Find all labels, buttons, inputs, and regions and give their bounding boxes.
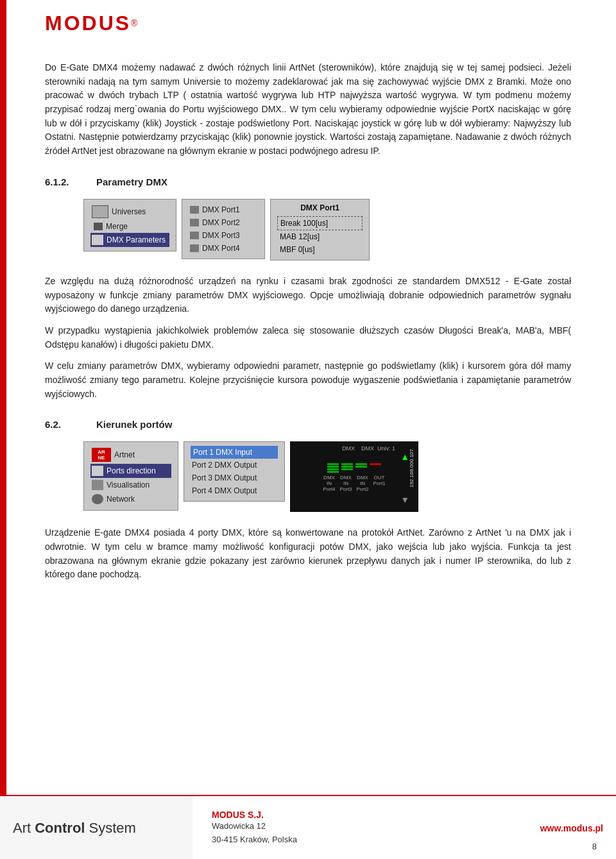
arrow-down-icon: ▼ bbox=[400, 495, 409, 505]
port3-label: DMXINPort3 bbox=[339, 475, 353, 492]
dmx-params-title: DMX Port1 bbox=[277, 203, 363, 212]
intro-text: Do E-Gate DMX4 możemy nadawać z dwóch ró… bbox=[45, 61, 571, 158]
dmx-port4-label: DMX Port4 bbox=[202, 244, 240, 253]
arrow-down-area: ▼ bbox=[294, 495, 415, 505]
brand-control: Control bbox=[35, 820, 85, 836]
footer-address-line2: 30-415 Kraków, Polska bbox=[212, 833, 468, 847]
bars-row bbox=[294, 462, 415, 475]
section-612-heading: 6.1.2. Parametry DMX bbox=[45, 176, 571, 187]
port4-label: DMXINPort4 bbox=[322, 475, 336, 492]
footer-address-line1: Wadowicka 12 bbox=[212, 820, 468, 833]
logo-reg: ® bbox=[131, 18, 137, 28]
ports-viz-panel: DMX DMX Univ: 1 ▲ 192.168.000.107 bbox=[290, 441, 418, 512]
universes-icon bbox=[92, 205, 108, 218]
ports-left-panel: ARNE Artnet Ports direction Visualisatio… bbox=[83, 441, 178, 511]
mab-label: MAB 12[us] bbox=[280, 232, 320, 241]
dmx-port1-item: DMX Port1 bbox=[189, 203, 258, 216]
ports-direction-label: Ports direction bbox=[107, 466, 156, 475]
header-logo-area: MODUS® bbox=[0, 12, 616, 35]
footer-left: Art Control System bbox=[0, 796, 193, 860]
footer-brand: Art Control System bbox=[13, 820, 136, 837]
bar-seg-7 bbox=[341, 468, 353, 470]
section-62-heading: 6.2. Kierunek portów bbox=[45, 419, 571, 430]
ports-para1: Urządzenie E-gate DMX4 posiada 4 porty D… bbox=[45, 526, 571, 582]
dmx-port4-item: DMX Port4 bbox=[189, 242, 258, 255]
bar-col-port2 bbox=[355, 463, 367, 473]
mab-item: MAB 12[us] bbox=[277, 230, 363, 243]
network-icon bbox=[92, 494, 103, 504]
dmx-para2: W przypadku wystąpienia jakichkolwiek pr… bbox=[45, 324, 571, 352]
artnet-icon: ARNE bbox=[92, 448, 111, 462]
footer-address: Wadowicka 12 30-415 Kraków, Polska bbox=[212, 820, 468, 847]
dmx-port1-icon bbox=[190, 206, 199, 214]
bar-col-port1 bbox=[370, 463, 381, 473]
brand-art: Art bbox=[13, 820, 35, 836]
ports-direction-item: Ports direction bbox=[90, 464, 171, 478]
bar-seg-2 bbox=[327, 466, 339, 468]
port1-input-item: Port 1 DMX Input bbox=[191, 446, 278, 459]
dmx-para1: Ze względu na dużą różnorodność urządzeń… bbox=[45, 275, 571, 316]
universes-item: Universes bbox=[90, 203, 169, 220]
footer: Art Control System MODUS S.J. Wadowicka … bbox=[0, 795, 616, 859]
ip-top-label: DMX DMX Univ: 1 bbox=[294, 445, 415, 452]
dmx-port3-label: DMX Port3 bbox=[202, 231, 240, 240]
ports-text-block: Urządzenie E-gate DMX4 posiada 4 porty D… bbox=[45, 526, 571, 582]
bar-col-port4 bbox=[327, 463, 339, 473]
bottom-labels: DMXINPort4 DMXINPort3 DMXINPort2 OUTPort… bbox=[294, 475, 415, 493]
port3-output-label: Port 3 DMX Output bbox=[192, 473, 257, 482]
bar-seg-10 bbox=[370, 463, 381, 465]
port2-label: DMXINPort2 bbox=[355, 475, 370, 492]
section-612-title: Parametry DMX bbox=[96, 176, 167, 187]
merge-item: Merge bbox=[90, 220, 169, 233]
visualisation-item: Visualisation bbox=[90, 478, 171, 492]
universes-label: Universes bbox=[112, 207, 146, 216]
section-612-number: 6.1.2. bbox=[45, 176, 96, 187]
modus-logo: MODUS® bbox=[45, 12, 137, 35]
logo-text: MODUS bbox=[45, 12, 131, 35]
mbf-item: MBF 0[us] bbox=[277, 243, 363, 256]
break-item: Break 100[us] bbox=[277, 216, 363, 230]
mbf-label: MBF 0[us] bbox=[280, 245, 315, 254]
brand-system: System bbox=[85, 820, 135, 836]
bar-seg-6 bbox=[341, 466, 353, 468]
dmx-port3-icon bbox=[190, 232, 199, 239]
dmx-params-panel: DMX Port1 Break 100[us] MAB 12[us] MBF 0… bbox=[270, 199, 370, 260]
dmx-port2-label: DMX Port2 bbox=[202, 218, 240, 227]
port2-output-label: Port 2 DMX Output bbox=[192, 461, 257, 470]
visualisation-icon bbox=[92, 480, 103, 490]
dmx-port4-icon bbox=[190, 244, 199, 252]
port1-label: OUTPort1 bbox=[372, 475, 386, 492]
dmx-screenshot: Universes Merge DMX Parameters DMX Port1… bbox=[83, 199, 571, 260]
dmx-ports-panel: DMX Port1 DMX Port2 DMX Port3 DMX Port4 bbox=[182, 199, 265, 259]
left-red-bar bbox=[0, 0, 6, 795]
ip-address-vertical: 192.168.000.107 bbox=[409, 449, 415, 488]
footer-right: www.modus.pl bbox=[488, 796, 616, 860]
bar-seg-1 bbox=[327, 463, 339, 465]
dmxparam-icon bbox=[92, 235, 103, 245]
network-label: Network bbox=[107, 495, 135, 504]
port3-output-item: Port 3 DMX Output bbox=[191, 472, 278, 484]
dmx-port2-icon bbox=[190, 219, 199, 226]
network-item: Network bbox=[90, 492, 171, 506]
ports-direction-icon bbox=[92, 466, 103, 476]
merge-label: Merge bbox=[106, 222, 128, 231]
bar-seg-3 bbox=[327, 468, 339, 470]
page-number: 8 bbox=[592, 842, 597, 851]
merge-icon bbox=[94, 223, 103, 230]
bar-col-port3 bbox=[341, 463, 353, 473]
bar-seg-8 bbox=[355, 463, 367, 465]
port4-output-item: Port 4 DMX Output bbox=[191, 484, 278, 497]
dmxparam-label: DMX Parameters bbox=[107, 235, 166, 244]
arrow-up-area: ▲ bbox=[294, 452, 415, 462]
ports-middle-panel: Port 1 DMX Input Port 2 DMX Output Port … bbox=[184, 441, 285, 502]
dmx-port3-item: DMX Port3 bbox=[189, 229, 258, 242]
dmx-left-panel: Universes Merge DMX Parameters bbox=[83, 199, 176, 251]
dmx-port2-item: DMX Port2 bbox=[189, 216, 258, 229]
artnet-label: Artnet bbox=[114, 450, 135, 459]
artnet-item: ARNE Artnet bbox=[90, 446, 171, 464]
footer-company: MODUS S.J. bbox=[212, 810, 468, 820]
visualisation-label: Visualisation bbox=[107, 481, 150, 489]
port4-output-label: Port 4 DMX Output bbox=[192, 486, 257, 495]
dmx-text-block: Ze względu na dużą różnorodność urządzeń… bbox=[45, 275, 571, 402]
dmx-para3: W celu zmiany parametrów DMX, wybieramy … bbox=[45, 359, 571, 401]
